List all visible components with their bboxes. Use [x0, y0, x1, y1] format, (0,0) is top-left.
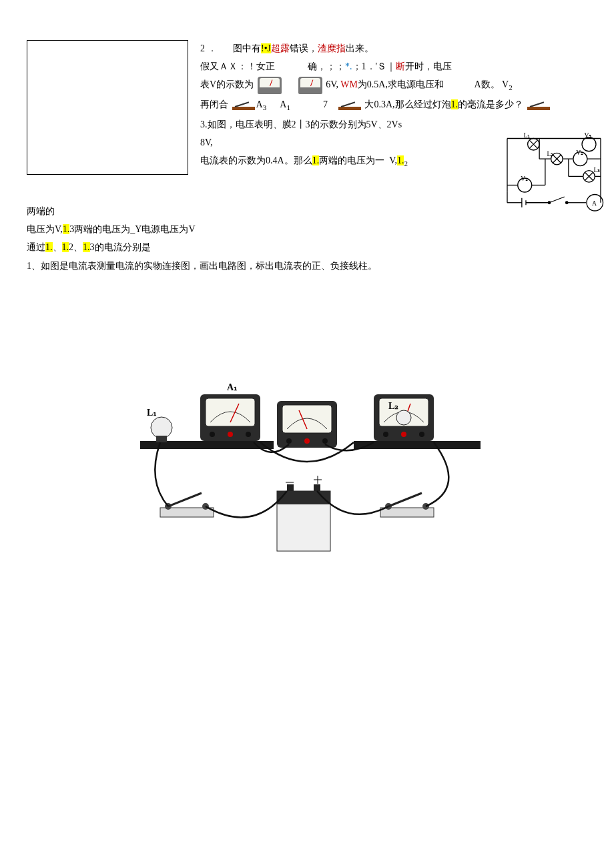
switch-icon	[160, 493, 214, 517]
q2-text: 6V,	[326, 79, 340, 89]
switch-icon	[232, 101, 255, 110]
label-a1: A	[280, 99, 286, 109]
q2-text: 出来。	[346, 43, 374, 53]
svg-point-50	[383, 432, 388, 437]
highlight: !•J	[261, 43, 271, 53]
svg-rect-54	[156, 436, 167, 442]
sub-2: 2	[404, 159, 408, 167]
highlight: 1.	[45, 242, 53, 252]
blue-text: *.	[345, 61, 352, 71]
label-L2: L₂	[547, 150, 554, 157]
red-text: 断	[396, 61, 405, 71]
voltmeter-icon	[298, 77, 322, 94]
label-a3-sub: 3	[263, 103, 267, 111]
answer-box	[27, 40, 188, 175]
highlight: 1.	[63, 224, 70, 234]
q2-text: 为0.5A,求电源电压和	[358, 79, 444, 89]
q2-text: А数。	[474, 79, 499, 89]
svg-line-63	[388, 493, 422, 506]
q3-text: 3两端的电压为_Y电源电压为V	[69, 224, 195, 234]
q3-text: 3的电流分别是	[90, 242, 151, 252]
q2-text: 确，；；	[308, 61, 345, 71]
svg-point-38	[210, 432, 215, 437]
q2-text: 开时，电压	[405, 61, 452, 71]
voltmeter-icon	[258, 77, 282, 94]
battery-icon	[277, 476, 330, 551]
q3-text: 电流表的示数为0.4A。那么	[200, 155, 312, 165]
label-L1: L₁	[524, 131, 531, 139]
label-V2: V₂	[576, 149, 583, 156]
svg-line-31	[549, 197, 565, 203]
top-section: 2 ． 图中有!•J超露错误，渣糜指出来。 假又ＡＸ：！女正 确，；；*.；1．…	[27, 40, 587, 200]
svg-point-55	[396, 410, 411, 425]
svg-rect-66	[287, 484, 294, 491]
q2-text: 假又ＡＸ：！女正	[200, 61, 275, 71]
switch-icon	[338, 101, 361, 110]
label-L1: L₁	[147, 408, 157, 418]
q2-num: 2 ．	[200, 43, 217, 53]
q3-text: 两端的电压为一	[319, 155, 384, 165]
q3-text: 、	[53, 242, 62, 252]
label-L3: L₃	[594, 166, 601, 173]
switch-icon	[380, 493, 434, 517]
highlight: 1.	[83, 242, 90, 252]
svg-point-45	[304, 438, 310, 444]
svg-point-39	[228, 432, 233, 437]
q2-text: ；1．'Ｓ｜	[352, 61, 396, 71]
svg-point-4	[582, 137, 596, 151]
q3-text: 通过	[27, 242, 45, 252]
svg-point-53	[151, 417, 172, 438]
svg-point-40	[246, 432, 251, 437]
switch-icon	[527, 101, 550, 110]
label-V1: V₁	[521, 175, 528, 182]
bulb-icon	[396, 410, 411, 425]
svg-line-59	[168, 493, 202, 506]
red-text: WM	[340, 79, 358, 89]
q3-text: 2、	[69, 242, 83, 252]
q2-text: 错误，	[290, 43, 318, 53]
question-1-text: 1、如图是电流表测量电流的实物连接图，画出电路图，标出电流表的正、负接线柱。	[27, 258, 587, 274]
circuit-schematic: L₁ V₃ L₂ V₂ L₃ V₁ A	[494, 127, 614, 220]
q2-text: 的毫流是多少？	[458, 99, 523, 109]
label-L2: L₂	[388, 401, 398, 411]
bulb-icon	[151, 417, 172, 442]
q2-text: 大0.3A,那么经过灯泡	[364, 99, 450, 109]
highlight: 1.	[397, 155, 404, 165]
label-A: A	[592, 199, 597, 207]
label-A1: A₁	[227, 382, 238, 392]
red-text: 超露	[271, 43, 290, 53]
svg-point-52	[419, 432, 424, 437]
q3-text: V,	[389, 155, 397, 165]
q2-text: 表V的示数为	[200, 79, 254, 89]
ammeter-icon	[200, 394, 260, 441]
label-v2-sub: 2	[509, 83, 513, 91]
highlight: 1.	[451, 99, 458, 109]
q2-text: 图中有	[233, 43, 261, 53]
highlight: 1.	[312, 155, 320, 165]
label-V3: V₃	[585, 131, 592, 139]
physical-circuit-figure: A₁ L₁ L₂	[27, 381, 587, 586]
svg-point-51	[401, 432, 406, 437]
label-v2: V	[502, 79, 509, 89]
label-a3: A	[256, 99, 263, 109]
svg-point-46	[322, 438, 328, 444]
q2-text: 7	[323, 99, 328, 109]
label-a1-sub: 1	[286, 103, 290, 111]
ammeter-icon	[277, 401, 337, 448]
red-text: 渣糜指	[318, 43, 346, 53]
highlight: 1.	[62, 242, 69, 252]
svg-rect-67	[314, 484, 320, 491]
q2-text: 再闭合	[200, 99, 228, 109]
q3-text: 电压为V,	[27, 224, 63, 234]
svg-point-44	[286, 438, 292, 444]
